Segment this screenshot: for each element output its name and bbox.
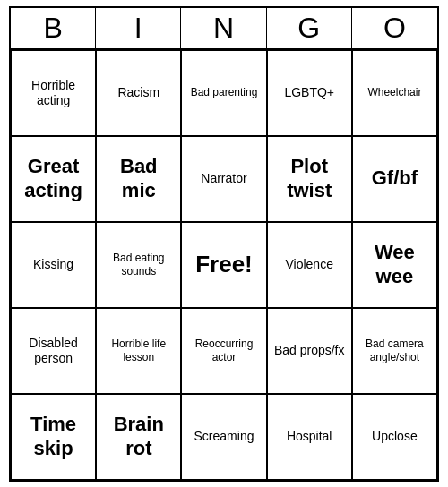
bingo-cell[interactable]: LGBTQ+ bbox=[267, 50, 352, 136]
bingo-cell[interactable]: Upclose bbox=[352, 394, 437, 480]
bingo-cell[interactable]: Gf/bf bbox=[352, 136, 437, 222]
bingo-cell[interactable]: Great acting bbox=[11, 136, 96, 222]
bingo-grid: Horrible actingRacismBad parentingLGBTQ+… bbox=[11, 50, 437, 480]
bingo-cell[interactable]: Bad eating sounds bbox=[96, 222, 181, 308]
bingo-cell[interactable]: Plot twist bbox=[267, 136, 352, 222]
bingo-cell[interactable]: Racism bbox=[96, 50, 181, 136]
bingo-cell[interactable]: Horrible life lesson bbox=[96, 308, 181, 394]
bingo-cell[interactable]: Bad camera angle/shot bbox=[352, 308, 437, 394]
bingo-cell[interactable]: Wee wee bbox=[352, 222, 437, 308]
bingo-cell[interactable]: Horrible acting bbox=[11, 50, 96, 136]
header-letter: I bbox=[96, 8, 181, 48]
bingo-cell[interactable]: Bad mic bbox=[96, 136, 181, 222]
header-letter: B bbox=[11, 8, 96, 48]
bingo-cell[interactable]: Free! bbox=[181, 222, 266, 308]
bingo-cell[interactable]: Disabled person bbox=[11, 308, 96, 394]
bingo-cell[interactable]: Brain rot bbox=[96, 394, 181, 480]
header-letter: O bbox=[352, 8, 437, 48]
bingo-header: BINGO bbox=[11, 8, 437, 50]
header-letter: N bbox=[181, 8, 266, 48]
bingo-cell[interactable]: Kissing bbox=[11, 222, 96, 308]
bingo-card: BINGO Horrible actingRacismBad parenting… bbox=[9, 6, 439, 482]
bingo-cell[interactable]: Screaming bbox=[181, 394, 266, 480]
bingo-cell[interactable]: Reoccurring actor bbox=[181, 308, 266, 394]
bingo-cell[interactable]: Time skip bbox=[11, 394, 96, 480]
bingo-cell[interactable]: Bad props/fx bbox=[267, 308, 352, 394]
bingo-cell[interactable]: Violence bbox=[267, 222, 352, 308]
bingo-cell[interactable]: Hospital bbox=[267, 394, 352, 480]
bingo-cell[interactable]: Wheelchair bbox=[352, 50, 437, 136]
bingo-cell[interactable]: Bad parenting bbox=[181, 50, 266, 136]
header-letter: G bbox=[267, 8, 352, 48]
bingo-cell[interactable]: Narrator bbox=[181, 136, 266, 222]
